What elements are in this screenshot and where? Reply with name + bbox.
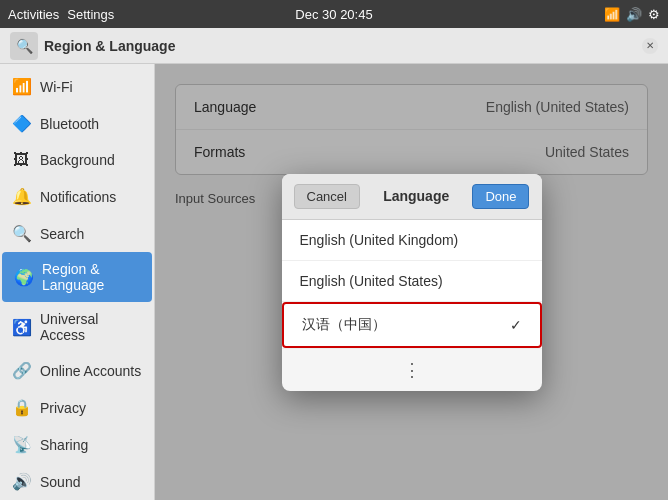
sidebar-label-universal-access: Universal Access: [40, 311, 142, 343]
search-sidebar-icon: 🔍: [12, 224, 30, 243]
language-option-en-uk[interactable]: English (United Kingdom): [282, 220, 542, 261]
window-title: Region & Language: [44, 38, 175, 54]
sidebar-item-region-language[interactable]: 🌍 Region & Language: [2, 252, 152, 302]
background-icon: 🖼: [12, 151, 30, 169]
modal-header: Cancel Language Done: [282, 174, 542, 220]
sidebar-item-universal-access[interactable]: ♿ Universal Access: [0, 302, 154, 352]
checkmark-icon: ✓: [510, 317, 522, 333]
wifi-icon: 📶: [12, 77, 30, 96]
sidebar-label-background: Background: [40, 152, 115, 168]
zh-cn-label: 汉语（中国）: [302, 316, 386, 334]
sidebar-label-bluetooth: Bluetooth: [40, 116, 99, 132]
close-button[interactable]: ✕: [642, 38, 658, 54]
power-icon: ⚙: [648, 7, 660, 22]
titlebar-left: 🔍 Region & Language: [10, 32, 175, 60]
en-uk-label: English (United Kingdom): [300, 232, 459, 248]
main-layout: 📶 Wi-Fi 🔷 Bluetooth 🖼 Background 🔔 Notif…: [0, 64, 668, 500]
sidebar-label-sharing: Sharing: [40, 437, 88, 453]
language-option-en-us[interactable]: English (United States): [282, 261, 542, 302]
sidebar-item-sharing[interactable]: 📡 Sharing: [0, 426, 154, 463]
sidebar-label-wifi: Wi-Fi: [40, 79, 73, 95]
modal-cancel-button[interactable]: Cancel: [294, 184, 360, 209]
topbar-right: 📶 🔊 ⚙: [604, 7, 660, 22]
online-accounts-icon: 🔗: [12, 361, 30, 380]
sidebar-item-bluetooth[interactable]: 🔷 Bluetooth: [0, 105, 154, 142]
more-options-button[interactable]: ⋮: [282, 348, 542, 391]
sidebar-item-sound[interactable]: 🔊 Sound: [0, 463, 154, 500]
window-controls: ✕: [642, 38, 658, 54]
network-icon: 📶: [604, 7, 620, 22]
language-modal: Cancel Language Done English (United Kin…: [282, 174, 542, 391]
sidebar-label-region: Region & Language: [42, 261, 140, 293]
sidebar-label-online-accounts: Online Accounts: [40, 363, 141, 379]
topbar-left: Activities Settings: [8, 7, 114, 22]
sidebar-item-search[interactable]: 🔍 Search: [0, 215, 154, 252]
privacy-icon: 🔒: [12, 398, 30, 417]
topbar: Activities Settings Dec 30 20:45 📶 🔊 ⚙: [0, 0, 668, 28]
universal-access-icon: ♿: [12, 318, 30, 337]
activities-label[interactable]: Activities: [8, 7, 59, 22]
region-icon: 🌍: [14, 268, 32, 287]
sidebar-item-wifi[interactable]: 📶 Wi-Fi: [0, 68, 154, 105]
search-icon: 🔍: [16, 38, 33, 54]
sidebar-label-notifications: Notifications: [40, 189, 116, 205]
sidebar-item-notifications[interactable]: 🔔 Notifications: [0, 178, 154, 215]
modal-done-button[interactable]: Done: [472, 184, 529, 209]
sidebar-item-online-accounts[interactable]: 🔗 Online Accounts: [0, 352, 154, 389]
bluetooth-icon: 🔷: [12, 114, 30, 133]
sidebar-label-sound: Sound: [40, 474, 80, 490]
search-button[interactable]: 🔍: [10, 32, 38, 60]
sidebar-item-background[interactable]: 🖼 Background: [0, 142, 154, 178]
sidebar-item-privacy[interactable]: 🔒 Privacy: [0, 389, 154, 426]
content-area: Language English (United States) Formats…: [155, 64, 668, 500]
sidebar-label-search: Search: [40, 226, 84, 242]
language-option-zh-cn[interactable]: 汉语（中国） ✓: [282, 302, 542, 348]
modal-overlay: Cancel Language Done English (United Kin…: [155, 64, 668, 500]
notifications-icon: 🔔: [12, 187, 30, 206]
sidebar-label-privacy: Privacy: [40, 400, 86, 416]
window-titlebar: 🔍 Region & Language ✕: [0, 28, 668, 64]
sidebar: 📶 Wi-Fi 🔷 Bluetooth 🖼 Background 🔔 Notif…: [0, 64, 155, 500]
en-us-label: English (United States): [300, 273, 443, 289]
settings-menu-label[interactable]: Settings: [67, 7, 114, 22]
sound-icon: 🔊: [626, 7, 642, 22]
sound-sidebar-icon: 🔊: [12, 472, 30, 491]
modal-list: English (United Kingdom) English (United…: [282, 220, 542, 348]
modal-title: Language: [383, 188, 449, 204]
sharing-icon: 📡: [12, 435, 30, 454]
topbar-datetime: Dec 30 20:45: [295, 7, 372, 22]
